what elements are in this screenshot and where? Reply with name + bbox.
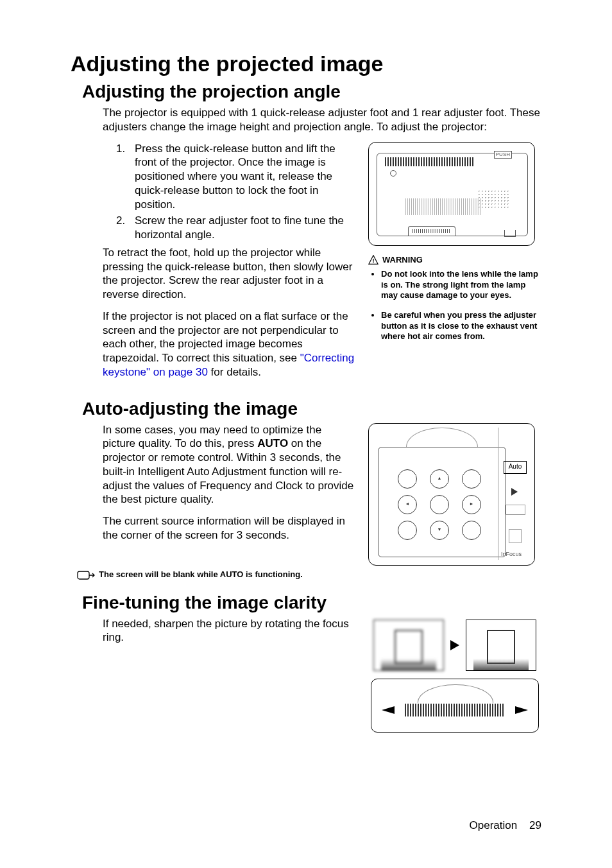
figure-focus: [368, 620, 541, 733]
retract-text: To retract the foot, hold up the project…: [103, 246, 357, 302]
footer-section: Operation: [470, 819, 518, 831]
footer-page-number: 29: [529, 819, 541, 831]
arrow-left-icon: [382, 706, 395, 714]
focus-text: If needed, sharpen the picture by rotati…: [103, 617, 357, 645]
brand-text: InFocus: [501, 551, 522, 559]
section-heading-focus: Fine-tuning the image clarity: [82, 593, 541, 613]
arrow-right-icon: [450, 640, 459, 650]
intro-text: The projector is equipped with 1 quick-r…: [103, 106, 541, 134]
page-title: Adjusting the projected image: [71, 51, 541, 76]
step-2: Screw the rear adjuster foot to fine tun…: [128, 214, 357, 242]
auto-bold: AUTO: [257, 437, 288, 449]
figure-control-panel: ▲ ◄► ▼ Auto InFocus: [368, 423, 535, 566]
arrow-right-icon: [515, 706, 528, 714]
auto-p1: In some cases, you may need to optimize …: [103, 423, 357, 507]
step-1: Press the quick-release button and lift …: [128, 142, 357, 212]
section-heading-auto: Auto-adjusting the image: [82, 399, 541, 419]
trapezoid-text: If the projector is not placed on a flat…: [103, 309, 357, 379]
warning-label: WARNING: [382, 255, 423, 266]
figure-projector-bottom: PUSH: [368, 142, 535, 246]
note-icon: [77, 569, 95, 581]
auto-p2: The current source information will be d…: [103, 514, 357, 542]
blur-image-icon: [373, 620, 444, 671]
remote-auto-button: Auto: [504, 461, 527, 474]
page-footer: Operation 29: [470, 819, 542, 832]
auto-note: The screen will be blank while AUTO is f…: [99, 569, 303, 580]
trapezoid-text-b: for details.: [208, 366, 261, 378]
svg-rect-2: [78, 571, 89, 579]
section-heading-angle: Adjusting the projection angle: [82, 82, 541, 102]
svg-text:!: !: [372, 257, 374, 264]
warning-item-2: Be careful when you press the adjuster b…: [381, 310, 541, 342]
push-label: PUSH: [494, 151, 512, 159]
focus-ring-illustration: [371, 679, 539, 733]
play-icon: [511, 488, 518, 496]
sharp-image-icon: [466, 620, 536, 671]
warning-item-1: Do not look into the lens while the lamp…: [381, 269, 541, 301]
warning-icon: !: [368, 255, 378, 265]
